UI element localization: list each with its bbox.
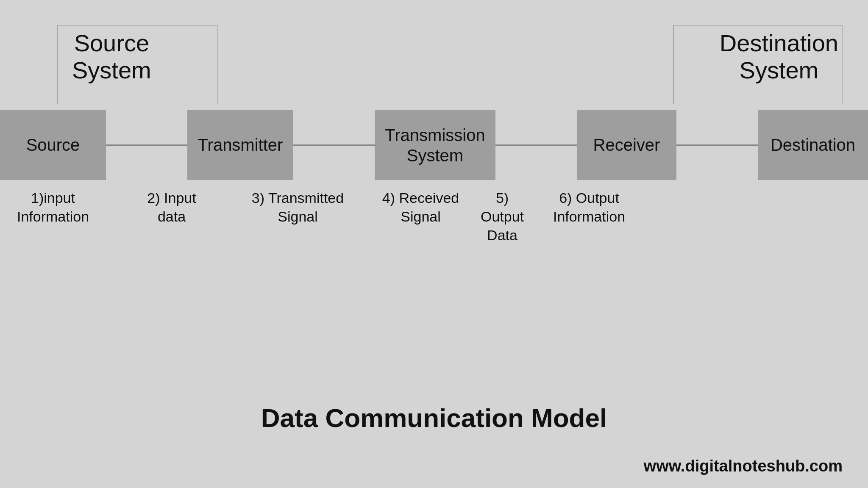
connector-2	[293, 144, 375, 146]
diagram-title: Data Communication Model	[261, 403, 607, 433]
transmission-sublabel: 3) TransmittedSignal	[237, 189, 358, 226]
diagram-area: SourceSystem DestinationSystem Source Tr…	[0, 25, 868, 280]
connector-1	[106, 144, 187, 146]
source-system-label: SourceSystem	[72, 30, 151, 84]
receiver-sublabel: 4) ReceivedSignal	[371, 189, 470, 226]
transmission-block: TransmissionSystem	[375, 110, 495, 180]
connector-3	[495, 144, 577, 146]
transmitter-sublabel: 2) Inputdata	[119, 189, 225, 226]
connector-4	[676, 144, 758, 146]
destination-system-label: DestinationSystem	[720, 30, 838, 84]
receiver-block: Receiver	[577, 110, 676, 180]
transmitter-block: Transmitter	[187, 110, 293, 180]
destination-block: Destination	[758, 110, 868, 180]
output-data-sublabel: 5) OutputData	[475, 189, 530, 245]
output-info-sublabel: 6) OutputInformation	[534, 189, 644, 226]
below-labels-row: 1)inputInformation 2) Inputdata 3) Trans…	[0, 189, 868, 245]
source-sublabel: 1)inputInformation	[0, 189, 106, 226]
source-block: Source	[0, 110, 106, 180]
website-label: www.digitalnoteshub.com	[644, 457, 843, 475]
blocks-row: Source Transmitter TransmissionSystem Re…	[0, 110, 868, 180]
